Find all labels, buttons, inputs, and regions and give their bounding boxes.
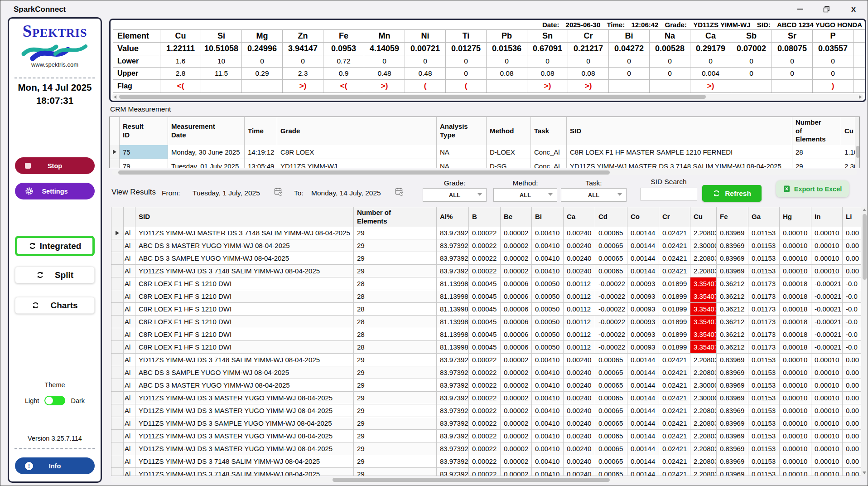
crm-cell-n: 28 [792,145,841,159]
results-hscrollbar[interactable] [111,477,861,483]
row-selector[interactable] [111,366,124,379]
results-column-header[interactable]: Al% [437,207,469,227]
hscroll-thumb[interactable] [119,95,706,99]
crm-column-header[interactable]: Result ID [120,117,168,145]
results-column-header[interactable]: Hg [780,207,811,227]
results-column-header[interactable]: Ca [564,207,595,227]
value-cell-Al: 83.97392 [437,392,469,404]
row-selector[interactable] [111,468,124,476]
crm-cell-n: 29 [792,159,841,168]
crm-column-header[interactable]: Measurement Date [168,117,245,145]
num-elements-cell: 29 [354,455,437,467]
version-label: Version 3.25.7.114 [9,435,101,442]
upper-cell-Mg: 0.29 [242,68,283,79]
row-selector[interactable] [111,252,124,264]
minimize-button[interactable] [792,3,808,15]
results-column-header[interactable]: Be [501,207,532,227]
info-button[interactable]: ! Info [15,457,95,474]
row-selector[interactable] [111,379,124,391]
vscroll-thumb[interactable] [863,214,867,280]
refresh-button[interactable]: Refresh [702,185,762,202]
results-column-header[interactable]: SID [135,207,354,227]
results-column-header[interactable]: Bi [532,207,564,227]
results-column-header[interactable]: Li [843,207,861,227]
row-selector[interactable] [111,227,124,239]
row-selector[interactable] [111,277,124,290]
results-column-header[interactable]: Cd [595,207,627,227]
element-table-hscrollbar[interactable] [112,94,863,100]
crm-column-header[interactable]: Time [245,117,277,145]
scroll-left-icon[interactable] [114,95,116,99]
row-selector[interactable] [111,417,124,429]
results-column-header[interactable]: In [811,207,843,227]
row-selector[interactable] [111,341,124,353]
value-cell-Cd: -0.00022 [595,290,627,302]
value-cell-Sb: 0.07002 [731,43,772,55]
value-cell-Sn: 0.67091 [527,43,568,55]
row-selector[interactable] [111,404,124,417]
crm-section-label: CRM Measurement [110,105,171,113]
crm-hscrollbar[interactable] [112,170,857,175]
results-column-header[interactable]: Fe [717,207,748,227]
stop-button[interactable]: Stop [15,157,95,174]
row-selector[interactable] [111,328,124,340]
results-column-header[interactable]: Cu [690,207,717,227]
value-cell-Co: 0.00093 [627,277,659,290]
scroll-down-icon[interactable] [863,471,866,474]
crm-column-header[interactable]: Task [531,117,567,145]
crm-column-header[interactable]: Analysis Type [437,117,487,145]
flag-cell-Si [201,80,242,92]
to-calendar-icon[interactable] [395,187,404,196]
row-selector[interactable] [111,290,124,302]
value-cell-Cr: 0.01899 [659,316,690,328]
results-column-header[interactable]: Co [627,207,659,227]
crm-column-header[interactable]: Grade [277,117,437,145]
close-button[interactable]: X [846,3,861,15]
results-column-header[interactable]: Cr [659,207,690,227]
upper-cell-Na: 0 [650,68,690,79]
from-calendar-icon[interactable] [274,187,283,196]
scroll-right-icon[interactable] [859,95,862,99]
vscroll-thumb[interactable] [856,146,860,158]
hscroll-thumb[interactable] [118,170,610,175]
integrated-view-button[interactable]: Integrated [15,236,95,256]
row-selector[interactable] [111,265,124,277]
scroll-up-icon[interactable] [863,209,866,211]
crm-vscrollbar[interactable] [855,117,859,168]
split-view-button[interactable]: Split [15,267,95,283]
method-filter-dropdown[interactable]: ALL [493,188,557,202]
results-column-header[interactable]: Ga [748,207,780,227]
value-cell-Li: 0.00 [843,366,861,379]
results-column-header[interactable]: B [469,207,501,227]
row-selector[interactable] [111,455,124,467]
row-selector[interactable] [111,316,124,328]
results-column-header[interactable]: Number of Elements [354,207,437,227]
to-date-value[interactable]: Monday, 14 July, 2025 [311,189,381,197]
row-selector[interactable] [110,145,120,159]
maximize-button[interactable] [819,3,834,15]
theme-toggle[interactable] [44,396,65,405]
value-cell-P: 0.03557 [813,43,854,55]
task-filter-dropdown[interactable]: ALL [561,188,627,202]
from-date-value[interactable]: Tuesday, 1 July, 2025 [193,189,260,197]
excel-icon [783,185,790,192]
row-selector[interactable] [111,303,124,315]
row-selector[interactable] [111,239,124,252]
row-selector[interactable] [111,430,124,442]
upper-cell-Zn: 2.3 [283,68,323,79]
row-selector[interactable] [111,442,124,455]
clipped-cell [854,43,865,55]
row-selector[interactable] [111,392,124,404]
charts-view-button[interactable]: Charts [15,297,95,314]
crm-column-header[interactable]: SID [567,117,792,145]
hscroll-thumb[interactable] [333,478,610,482]
settings-button[interactable]: Settings [15,183,95,199]
crm-column-header[interactable]: Method [487,117,531,145]
sid-search-input[interactable] [640,188,697,200]
row-selector[interactable] [110,159,120,168]
crm-column-header[interactable]: Number of Elements [792,117,841,145]
results-vscrollbar[interactable] [861,207,868,476]
grade-filter-dropdown[interactable]: ALL [423,188,487,202]
export-to-excel-button[interactable]: Export to Excel [776,180,849,197]
row-selector[interactable] [111,354,124,366]
